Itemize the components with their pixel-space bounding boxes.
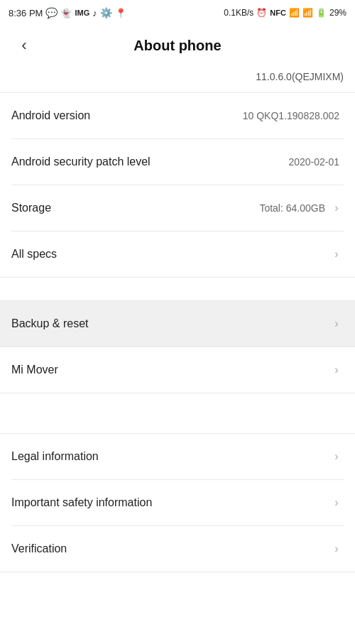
status-right: 0.1KB/s ⏰ NFC 📶 📶 🔋 29% xyxy=(224,8,346,18)
verification-chevron: › xyxy=(329,542,344,556)
security-patch-value: 2020-02-01 xyxy=(288,156,339,168)
status-time: 8:36 PM xyxy=(9,8,43,18)
verification-row[interactable]: Verification › xyxy=(0,526,355,572)
divider-11 xyxy=(0,572,355,572)
colorful-icon: ⚙️ xyxy=(100,7,112,18)
security-patch-row[interactable]: Android security patch level 2020-02-01 xyxy=(0,139,355,185)
legal-information-label: Legal information xyxy=(11,450,329,463)
tiktok-icon: ♪ xyxy=(92,8,97,18)
back-icon: ‹ xyxy=(21,36,26,55)
storage-value: Total: 64.00GB xyxy=(259,202,325,214)
verification-label: Verification xyxy=(11,542,329,555)
mi-mover-label: Mi Mover xyxy=(11,364,329,376)
backup-reset-label: Backup & reset xyxy=(11,317,329,330)
message-icon: 💬 xyxy=(45,7,58,18)
storage-chevron: › xyxy=(329,201,344,215)
version-value: 11.0.6.0(QEJMIXM) xyxy=(256,71,344,82)
important-safety-row[interactable]: Important safety information › xyxy=(0,480,355,525)
storage-label: Storage xyxy=(11,202,259,214)
gap-before-legal xyxy=(0,393,355,433)
android-version-label: Android version xyxy=(11,109,243,122)
all-specs-chevron: › xyxy=(329,247,344,261)
back-button[interactable]: ‹ xyxy=(11,33,37,58)
android-version-row[interactable]: Android version 10 QKQ1.190828.002 xyxy=(0,93,355,138)
location-icon: 📍 xyxy=(115,8,126,18)
nfc-icon: NFC xyxy=(270,9,286,17)
security-patch-label: Android security patch level xyxy=(11,155,288,168)
battery-percent: 29% xyxy=(329,8,346,18)
legal-information-row[interactable]: Legal information › xyxy=(0,434,355,479)
android-version-value: 10 QKQ1.190828.002 xyxy=(243,110,339,121)
mi-mover-chevron: › xyxy=(329,363,344,377)
mi-mover-row[interactable]: Mi Mover › xyxy=(0,347,355,393)
all-specs-label: All specs xyxy=(11,248,329,261)
legal-information-chevron: › xyxy=(329,449,344,464)
important-safety-label: Important safety information xyxy=(11,496,329,509)
all-specs-row[interactable]: All specs › xyxy=(0,231,355,277)
important-safety-chevron: › xyxy=(329,496,344,510)
storage-row[interactable]: Storage Total: 64.00GB › xyxy=(0,185,355,231)
backup-reset-row[interactable]: Backup & reset › xyxy=(0,301,355,346)
network-speed: 0.1KB/s xyxy=(224,8,253,18)
version-row: 11.0.6.0(QEJMIXM) xyxy=(0,65,355,92)
toolbar: ‹ About phone xyxy=(0,26,355,65)
page-title: About phone xyxy=(37,38,318,54)
battery-icon: 🔋 xyxy=(316,8,327,18)
alarm-icon: ⏰ xyxy=(256,8,267,18)
section-gap-1 xyxy=(0,278,355,300)
wifi-icon: 📶 xyxy=(302,8,313,18)
img-icon: IMG xyxy=(75,9,89,17)
backup-reset-chevron: › xyxy=(329,317,344,331)
status-bar: 8:36 PM 💬 👻 IMG ♪ ⚙️ 📍 0.1KB/s ⏰ NFC 📶 📶… xyxy=(0,0,355,26)
snapchat-icon: 👻 xyxy=(60,8,72,18)
status-left: 8:36 PM 💬 👻 IMG ♪ ⚙️ 📍 xyxy=(9,7,126,18)
signal-icon: 📶 xyxy=(289,8,300,18)
